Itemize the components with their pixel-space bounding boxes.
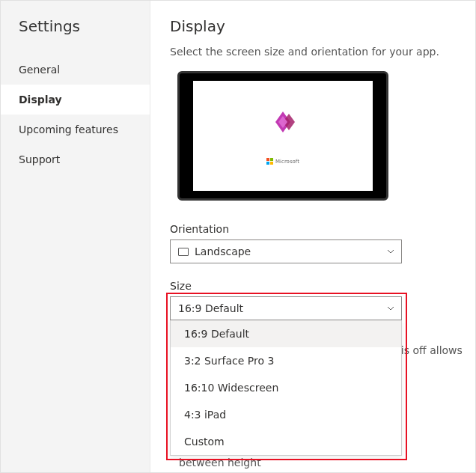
- orientation-dropdown[interactable]: Landscape: [170, 239, 402, 263]
- sidebar-item-display[interactable]: Display: [1, 85, 150, 115]
- size-dropdown-list: 16:9 Default 3:2 Surface Pro 3 16:10 Wid…: [170, 320, 402, 456]
- size-value: 16:9 Default: [178, 302, 243, 314]
- microsoft-logo: Microsoft: [266, 158, 299, 165]
- chevron-down-icon: [386, 304, 395, 313]
- obscured-text-fragment: between height: [179, 457, 463, 469]
- sidebar-item-label: Display: [19, 94, 62, 106]
- sidebar-item-label: Upcoming features: [19, 123, 118, 135]
- size-label: Size: [170, 280, 453, 292]
- option-label: 4:3 iPad: [184, 409, 226, 421]
- device-preview-frame: Microsoft: [177, 71, 388, 201]
- page-description: Select the screen size and orientation f…: [170, 46, 453, 58]
- size-dropdown[interactable]: 16:9 Default: [170, 296, 402, 320]
- option-label: Custom: [184, 436, 225, 448]
- option-label: 16:9 Default: [184, 328, 249, 340]
- microsoft-logo-icon: [266, 158, 273, 165]
- device-preview-screen: Microsoft: [193, 81, 373, 191]
- sidebar-title: Settings: [1, 17, 150, 55]
- powerapps-icon: [266, 107, 299, 137]
- sidebar-item-upcoming-features[interactable]: Upcoming features: [1, 115, 150, 144]
- size-option-16-10-widescreen[interactable]: 16:10 Widescreen: [171, 374, 401, 401]
- landscape-icon: [178, 248, 189, 256]
- microsoft-logo-text: Microsoft: [275, 159, 299, 165]
- sidebar-item-label: Support: [19, 153, 60, 165]
- settings-sidebar: Settings General Display Upcoming featur…: [1, 1, 150, 472]
- option-label: 3:2 Surface Pro 3: [184, 355, 274, 367]
- chevron-down-icon: [386, 247, 395, 256]
- display-settings-panel: Display Select the screen size and orien…: [150, 1, 475, 472]
- settings-window: Settings General Display Upcoming featur…: [0, 0, 476, 473]
- orientation-value: Landscape: [195, 245, 251, 257]
- orientation-group: Orientation Landscape: [170, 223, 453, 263]
- size-option-16-9-default[interactable]: 16:9 Default: [171, 320, 401, 347]
- size-option-4-3-ipad[interactable]: 4:3 iPad: [171, 401, 401, 428]
- page-title: Display: [170, 17, 453, 35]
- sidebar-item-support[interactable]: Support: [1, 144, 150, 174]
- option-label: 16:10 Widescreen: [184, 382, 278, 394]
- sidebar-item-general[interactable]: General: [1, 55, 150, 85]
- size-group: Size his off allows between height 16:9 …: [170, 280, 453, 456]
- sidebar-item-label: General: [19, 64, 60, 76]
- size-option-3-2-surface-pro-3[interactable]: 3:2 Surface Pro 3: [171, 347, 401, 374]
- orientation-label: Orientation: [170, 223, 453, 235]
- size-option-custom[interactable]: Custom: [171, 428, 401, 455]
